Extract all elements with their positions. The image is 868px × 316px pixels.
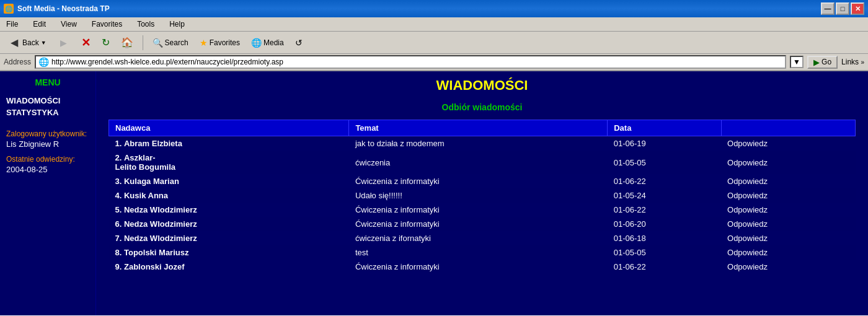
media-label: Media (264, 38, 284, 47)
answer-link[interactable]: Odpowiedz (727, 139, 768, 148)
sender-name: Nedza Wlodzimierz (124, 219, 197, 229)
go-button[interactable]: ▶ Go (807, 56, 838, 69)
table-cell-sender: 1. Abram Elzbieta (109, 136, 349, 151)
menu-help[interactable]: Help (166, 19, 188, 30)
favorites-icon: ★ (200, 38, 208, 48)
address-bar: Address 🌐 http://www.grendel.wsh-kielce.… (0, 54, 868, 71)
stop-icon: ✕ (81, 36, 91, 50)
go-icon: ▶ (813, 58, 820, 67)
sidebar: MENU WIADOMOŚCI STATYSTYKA Zalogowany uż… (0, 71, 96, 315)
sender-name: Abram Elzbieta (124, 139, 182, 148)
sidebar-item-wiadomosci[interactable]: WIADOMOŚCI (6, 96, 89, 105)
col-header-temat: Temat (349, 120, 608, 136)
table-row: 3. Kulaga Marian Ćwiczenia z informatyki… (109, 174, 856, 188)
table-cell-date: 01-05-05 (608, 151, 721, 174)
maximize-button[interactable]: □ (836, 2, 849, 15)
address-dropdown[interactable]: ▼ (790, 56, 804, 68)
sender-name: Kulaga Marian (124, 177, 179, 186)
history-button[interactable]: ↺ (291, 36, 307, 50)
address-page-icon: 🌐 (38, 57, 49, 67)
back-icon: ◀ (8, 37, 20, 49)
table-cell-date: 01-06-22 (608, 174, 721, 188)
address-url[interactable]: http://www.grendel.wsh-kielce.edu.pl/ext… (51, 58, 782, 66)
table-cell-sender: 7. Nedza Wlodzimierz (109, 231, 349, 245)
links-button[interactable]: Links » (841, 58, 864, 66)
home-icon: 🏠 (121, 37, 133, 48)
menu-bar: File Edit View Favorites Tools Help (0, 17, 868, 32)
window-titlebar: 🌐 Soft Media - Neostrada TP — □ ✕ (0, 0, 868, 17)
col-header-nadawca: Nadawca (109, 120, 349, 136)
favorites-label: Favorites (210, 38, 240, 47)
media-button[interactable]: 🌐 Media (247, 36, 288, 50)
table-cell-action[interactable]: Odpowiedz (721, 260, 855, 274)
minimize-button[interactable]: — (821, 2, 835, 15)
answer-link[interactable]: Odpowiedz (727, 234, 768, 243)
table-cell-action[interactable]: Odpowiedz (721, 245, 855, 260)
window-controls: — □ ✕ (821, 2, 864, 15)
close-button[interactable]: ✕ (851, 2, 864, 15)
forward-icon: ▶ (58, 37, 70, 49)
back-label: Back (22, 38, 39, 47)
sender-num: 7. (115, 234, 122, 243)
messages-table: Nadawca Temat Data 1. Abram Elzbieta jak… (108, 120, 856, 274)
favorites-button[interactable]: ★ Favorites (195, 36, 244, 50)
stop-button[interactable]: ✕ (77, 34, 95, 51)
links-arrow-icon: » (861, 59, 864, 66)
back-button[interactable]: ◀ Back ▼ (4, 35, 51, 51)
menu-edit[interactable]: Edit (29, 19, 50, 30)
sender-num: 9. (115, 262, 122, 271)
address-input-wrap: 🌐 http://www.grendel.wsh-kielce.edu.pl/e… (35, 55, 786, 69)
sender-num: 3. (115, 177, 122, 186)
table-cell-action[interactable]: Odpowiedz (721, 174, 855, 188)
menu-file[interactable]: File (2, 19, 22, 30)
forward-button[interactable]: ▶ (53, 35, 74, 51)
answer-link[interactable]: Odpowiedz (727, 219, 768, 229)
table-cell-date: 01-06-19 (608, 136, 721, 151)
table-cell-action[interactable]: Odpowiedz (721, 203, 855, 217)
answer-link[interactable]: Odpowiedz (727, 191, 768, 200)
sender-num: 5. (115, 205, 122, 214)
toolbar: ◀ Back ▼ ▶ ✕ ↻ 🏠 🔍 Search ★ Favorites 🌐 … (0, 32, 868, 54)
table-cell-date: 01-06-18 (608, 231, 721, 245)
go-label: Go (822, 58, 831, 66)
table-cell-subject: ćwiczenia (349, 151, 608, 174)
menu-favorites[interactable]: Favorites (88, 19, 126, 30)
table-cell-subject: Ćwiczenia z informatyki (349, 174, 608, 188)
search-label: Search (165, 38, 188, 47)
answer-link[interactable]: Odpowiedz (727, 205, 768, 214)
back-dropdown-icon: ▼ (41, 40, 46, 46)
answer-link[interactable]: Odpowiedz (727, 248, 768, 257)
table-row: 2. Aszklar-Lelito Bogumila ćwiczenia 01-… (109, 151, 856, 174)
search-icon: 🔍 (153, 38, 163, 48)
table-cell-action[interactable]: Odpowiedz (721, 217, 855, 231)
col-header-action (721, 120, 855, 136)
sender-num: 2. (115, 153, 122, 162)
table-row: 6. Nedza Wlodzimierz Ćwiczenia z informa… (109, 217, 856, 231)
answer-link[interactable]: Odpowiedz (727, 262, 768, 271)
table-cell-sender: 5. Nedza Wlodzimierz (109, 203, 349, 217)
toolbar-sep-1 (143, 35, 143, 50)
menu-view[interactable]: View (57, 19, 81, 30)
sidebar-item-statystyka[interactable]: STATYSTYKA (6, 108, 89, 117)
table-cell-action[interactable]: Odpowiedz (721, 231, 855, 245)
window-title: Soft Media - Neostrada TP (17, 4, 821, 13)
sidebar-menu-label: MENU (6, 77, 89, 87)
table-cell-action[interactable]: Odpowiedz (721, 188, 855, 203)
search-button[interactable]: 🔍 Search (148, 36, 193, 50)
table-cell-date: 01-05-05 (608, 245, 721, 260)
menu-tools[interactable]: Tools (133, 19, 158, 30)
table-cell-subject: jak to działa z modemem (349, 136, 608, 151)
answer-link[interactable]: Odpowiedz (727, 158, 768, 167)
answer-link[interactable]: Odpowiedz (727, 177, 768, 186)
history-icon: ↺ (295, 38, 303, 48)
home-button[interactable]: 🏠 (117, 35, 138, 50)
table-cell-action[interactable]: Odpowiedz (721, 151, 855, 174)
sender-name: Zablonski Jozef (124, 262, 185, 271)
table-cell-subject: Udało się!!!!!! (349, 188, 608, 203)
refresh-button[interactable]: ↻ (97, 35, 114, 50)
sidebar-last-visit-label: Ostatnie odwiedziny: (6, 155, 89, 164)
table-row: 7. Nedza Wlodzimierz ćwiczenia z ifornat… (109, 231, 856, 245)
table-row: 5. Nedza Wlodzimierz Ćwiczenia z informa… (109, 203, 856, 217)
main-content: MENU WIADOMOŚCI STATYSTYKA Zalogowany uż… (0, 71, 868, 315)
table-cell-action[interactable]: Odpowiedz (721, 136, 855, 151)
